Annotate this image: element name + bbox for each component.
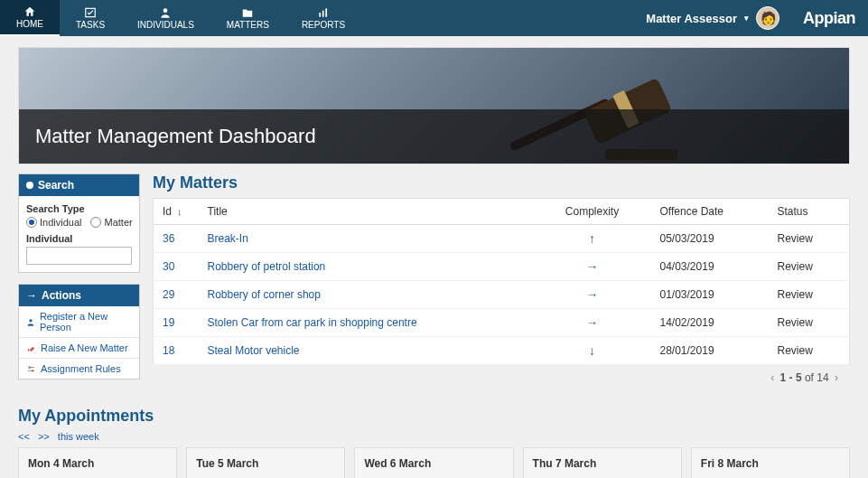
nav-reports[interactable]: REPORTS <box>285 0 361 36</box>
complexity-down-icon: ↓ <box>589 343 595 358</box>
actions-panel-title: Actions <box>42 289 81 302</box>
actions-panel: → Actions Register a New PersonRaise A N… <box>18 284 140 380</box>
search-input[interactable] <box>26 247 132 265</box>
matter-id-link[interactable]: 19 <box>163 316 174 329</box>
chevron-down-icon: ▾ <box>744 14 749 23</box>
radio-individual[interactable]: Individual <box>26 217 81 228</box>
my-matters-title: My Matters <box>153 173 850 192</box>
nav-tasks-label: TASKS <box>76 20 105 30</box>
user-label: Matter Assessor <box>646 12 737 25</box>
offence-date: 05/03/2019 <box>651 225 769 253</box>
matter-title-link[interactable]: Steal Motor vehicle <box>208 344 300 357</box>
status: Review <box>769 337 850 365</box>
nav-reports-label: REPORTS <box>302 20 345 30</box>
search-type-label: Search Type <box>26 203 132 214</box>
offence-date: 01/03/2019 <box>651 281 769 309</box>
nav-tasks[interactable]: TASKS <box>60 0 121 36</box>
sort-indicator-icon: ↓ <box>177 206 182 217</box>
nav-individuals[interactable]: INDIVIDUALS <box>121 0 210 36</box>
radio-matter[interactable]: Matter <box>90 217 132 228</box>
table-row: 18Steal Motor vehicle↓28/01/2019Review <box>154 337 850 365</box>
action-link[interactable]: Register a New Person <box>19 306 139 337</box>
reports-icon <box>317 6 330 19</box>
arrow-right-icon: → <box>26 289 37 302</box>
day-name: Mon 4 March <box>28 457 167 470</box>
complexity-right-icon: → <box>586 287 599 302</box>
table-row: 30Robbery of petrol station→04/03/2019Re… <box>154 253 850 281</box>
day-card: Wed 6 March <box>354 447 513 478</box>
nav-home[interactable]: HOME <box>0 0 60 36</box>
bullet-icon <box>26 182 33 189</box>
my-appointments-title: My Appointments <box>18 407 850 426</box>
matter-title-link[interactable]: Stolen Car from car park in shopping cen… <box>208 316 417 329</box>
individuals-icon <box>159 6 172 19</box>
status: Review <box>769 281 850 309</box>
tasks-icon <box>84 6 97 19</box>
nav-home-label: HOME <box>16 19 43 29</box>
radio-icon <box>90 217 101 228</box>
pager-range: 1 - 5 <box>780 371 802 384</box>
page-title: Matter Management Dashboard <box>35 125 316 148</box>
nav-individuals-label: INDIVIDUALS <box>137 20 194 30</box>
matter-title-link[interactable]: Robbery of corner shop <box>208 288 321 301</box>
search-panel: Search Search Type Individual Matter Ind… <box>18 173 140 273</box>
radio-icon <box>26 217 37 228</box>
day-card: Mon 4 March <box>18 447 177 478</box>
pager-total: 14 <box>817 371 828 384</box>
matter-id-link[interactable]: 36 <box>163 232 174 245</box>
complexity-right-icon: → <box>586 315 599 330</box>
appts-range-label[interactable]: this week <box>58 431 99 442</box>
nav-matters-label: MATTERS <box>227 20 269 30</box>
user-menu[interactable]: Matter Assessor ▾ 🧑 <box>635 0 790 36</box>
offence-date: 04/03/2019 <box>651 253 769 281</box>
action-label: Register a New Person <box>40 311 132 333</box>
complexity-up-icon: ↑ <box>589 231 595 246</box>
action-link[interactable]: Raise A New Matter <box>19 338 139 358</box>
matter-id-link[interactable]: 30 <box>163 260 174 273</box>
matter-id-link[interactable]: 29 <box>163 288 174 301</box>
matter-id-link[interactable]: 18 <box>163 344 174 357</box>
action-link[interactable]: Assignment Rules <box>19 359 139 379</box>
table-row: 36Break-In↑05/03/2019Review <box>154 225 850 253</box>
matter-title-link[interactable]: Robbery of petrol station <box>208 260 326 273</box>
complexity-right-icon: → <box>586 259 599 274</box>
svg-rect-2 <box>322 11 324 17</box>
pager-prev[interactable]: ‹ <box>768 371 777 384</box>
col-title[interactable]: Title <box>199 199 534 225</box>
appts-next[interactable]: >> <box>38 431 50 442</box>
search-panel-title: Search <box>38 179 74 192</box>
offence-date: 14/02/2019 <box>651 309 769 337</box>
col-status[interactable]: Status <box>769 199 850 225</box>
table-row: 29Robbery of corner shop→01/03/2019Revie… <box>154 281 850 309</box>
search-field-label: Individual <box>26 233 132 244</box>
banner: Matter Management Dashboard <box>18 47 850 164</box>
day-card: Tue 5 March <box>186 447 345 478</box>
search-panel-header: Search <box>19 174 139 196</box>
brand-logo: Appian <box>790 0 868 36</box>
nav-matters[interactable]: MATTERS <box>210 0 285 36</box>
day-card: Fri 8 March <box>691 447 850 478</box>
avatar: 🧑 <box>756 6 779 30</box>
svg-rect-3 <box>325 8 327 16</box>
col-complexity[interactable]: Complexity <box>534 199 651 225</box>
col-offence-date[interactable]: Offence Date <box>651 199 769 225</box>
appointments-nav: << >> this week <box>18 431 850 442</box>
pager: ‹ 1 - 5 of 14 › <box>153 365 850 390</box>
status: Review <box>769 225 850 253</box>
svg-point-4 <box>29 319 32 322</box>
col-id[interactable]: Id↓ <box>154 199 199 225</box>
day-card: Thu 7 March09:00 - 10:00Interview Robber… <box>523 447 682 478</box>
top-nav: HOME TASKS INDIVIDUALS MATTERS REPORTS M… <box>0 0 868 36</box>
pager-next[interactable]: › <box>832 371 841 384</box>
home-icon <box>23 5 36 18</box>
actions-panel-header: → Actions <box>19 285 139 306</box>
svg-rect-1 <box>319 13 321 17</box>
matter-title-link[interactable]: Break-In <box>208 232 248 245</box>
action-label: Assignment Rules <box>41 363 121 374</box>
matters-icon <box>241 6 254 19</box>
action-label: Raise A New Matter <box>41 342 128 353</box>
table-row: 19Stolen Car from car park in shopping c… <box>154 309 850 337</box>
appts-prev[interactable]: << <box>18 431 30 442</box>
day-name: Thu 7 March <box>533 457 672 470</box>
day-name: Tue 5 March <box>196 457 335 470</box>
